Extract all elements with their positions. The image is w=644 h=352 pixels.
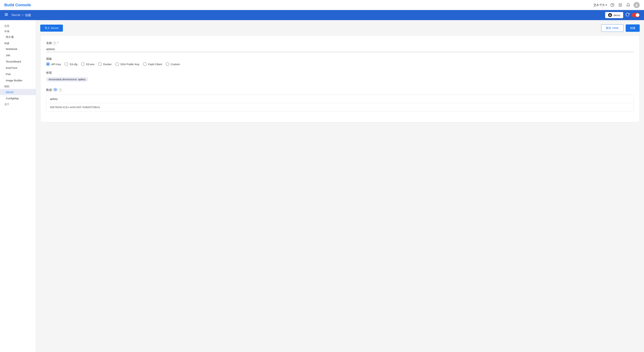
- svg-rect-4: [621, 3, 622, 4]
- svg-rect-5: [619, 5, 620, 5]
- demo-button[interactable]: demo: [605, 12, 623, 18]
- template-radio-group: API Key S3-cfg S3-env Docker: [46, 62, 634, 66]
- import-secret-button[interactable]: 导入 Secret: [40, 24, 63, 32]
- status-toggle[interactable]: [632, 13, 640, 17]
- svg-rect-10: [621, 6, 622, 6]
- action-bar: 导入 Secret 预览 YAML 创建: [40, 24, 640, 32]
- preview-yaml-button[interactable]: 预览 YAML: [601, 24, 624, 32]
- breadcrumb-parent[interactable]: Secret: [12, 13, 20, 17]
- data-field-group: 数据 ? apikey 8d876b06-9151-4e5d-bf2f-7bdb…: [46, 88, 634, 111]
- eye-icon[interactable]: [53, 88, 57, 92]
- nav-right: demo: [605, 12, 640, 18]
- nav-left: Secret > 创建: [4, 12, 31, 17]
- grid-icon[interactable]: [618, 2, 623, 7]
- template-label: 模板: [46, 57, 634, 61]
- radio-s3cfg[interactable]: [64, 62, 68, 66]
- data-table: apikey 8d876b06-9151-4e5d-bf2f-7bdbd9709…: [46, 95, 634, 111]
- tag-chip-0[interactable]: tensorstack.dev/resource: apikey: [46, 77, 88, 81]
- header-right: 文A 中文 ▾: [593, 2, 640, 8]
- sidebar-item-overview[interactable]: 总览: [0, 23, 36, 28]
- sidebar-section-about: 关于: [0, 101, 36, 107]
- breadcrumb: Secret > 创建: [12, 13, 31, 17]
- nav-bar: Secret > 创建 demo: [0, 10, 644, 20]
- chevron-down-icon: ▾: [606, 3, 607, 7]
- sidebar-item-configmap[interactable]: ConfigMap: [0, 95, 36, 101]
- sidebar-item-job[interactable]: Job: [0, 52, 36, 58]
- create-button[interactable]: 创建: [626, 24, 640, 32]
- svg-point-11: [636, 4, 637, 5]
- tags-field-group: 标签 tensorstack.dev/resource: apikey: [46, 71, 634, 83]
- radio-custom[interactable]: [166, 62, 169, 66]
- template-option-custom[interactable]: Custom: [166, 62, 180, 66]
- refresh-icon[interactable]: [625, 12, 630, 18]
- sidebar: 总览 存储 持久卷 构建 Notebook Job TensorBoard Au…: [0, 20, 36, 352]
- tags-label: 标签: [46, 71, 634, 75]
- name-field-group: 名称 ? *: [46, 41, 634, 52]
- user-avatar[interactable]: [634, 2, 640, 8]
- sidebar-item-tensorboard[interactable]: TensorBoard: [0, 58, 36, 65]
- sidebar-item-notebook[interactable]: Notebook: [0, 46, 36, 52]
- radio-apikey[interactable]: [46, 62, 50, 66]
- form-card: 名称 ? * 模板 API Key: [40, 35, 640, 122]
- svg-rect-3: [620, 3, 621, 4]
- svg-rect-7: [621, 5, 622, 5]
- name-required-indicator: *: [57, 42, 58, 45]
- template-option-ssh-public-key[interactable]: SSH Public Key: [115, 62, 140, 66]
- radio-ssh[interactable]: [115, 62, 119, 66]
- demo-avatar: [608, 13, 612, 17]
- sidebar-section-build: 构建: [0, 40, 36, 46]
- sidebar-section-storage: 存储: [0, 28, 36, 34]
- sidebar-item-secret[interactable]: Secret: [0, 89, 36, 95]
- breadcrumb-separator: >: [22, 13, 24, 17]
- template-option-s3cfg[interactable]: S3-cfg: [64, 62, 77, 66]
- lang-label: 中文: [600, 3, 605, 7]
- template-option-ceph-client[interactable]: Ceph Client: [143, 62, 162, 66]
- translate-icon: 文A: [593, 3, 599, 7]
- radio-s3env[interactable]: [81, 62, 85, 66]
- name-label: 名称 ? *: [46, 41, 634, 45]
- bell-icon[interactable]: [626, 2, 631, 7]
- name-help-icon[interactable]: ?: [53, 42, 56, 45]
- sidebar-item-persistent-volume[interactable]: 持久卷: [0, 34, 36, 40]
- svg-rect-8: [619, 6, 620, 6]
- top-header: Build Console 文A 中文 ▾: [0, 0, 644, 10]
- data-label-text: 数据: [46, 88, 52, 92]
- radio-docker[interactable]: [98, 62, 102, 66]
- svg-point-15: [610, 14, 610, 15]
- app-title: Build Console: [4, 3, 31, 7]
- data-label-row: 数据 ?: [46, 88, 634, 92]
- name-input[interactable]: [46, 46, 634, 52]
- data-key-row: apikey: [46, 95, 634, 103]
- template-option-s3env[interactable]: S3-env: [81, 62, 95, 66]
- template-option-docker[interactable]: Docker: [98, 62, 112, 66]
- lang-selector[interactable]: 文A 中文 ▾: [593, 3, 607, 7]
- content-area: 导入 Secret 预览 YAML 创建 名称 ? * 模板: [36, 20, 644, 352]
- data-help-icon[interactable]: ?: [59, 88, 62, 92]
- radio-ceph[interactable]: [143, 62, 146, 66]
- template-field-group: 模板 API Key S3-cfg S3-env: [46, 57, 634, 66]
- help-icon[interactable]: [610, 2, 615, 7]
- button-group: 预览 YAML 创建: [601, 24, 640, 32]
- demo-label: demo: [614, 14, 620, 17]
- sidebar-item-pod[interactable]: Pod: [0, 71, 36, 77]
- main-layout: 总览 存储 持久卷 构建 Notebook Job TensorBoard Au…: [0, 20, 644, 352]
- menu-icon[interactable]: [4, 12, 8, 17]
- svg-point-16: [55, 89, 56, 90]
- svg-rect-2: [619, 3, 620, 4]
- tags-area: tensorstack.dev/resource: apikey: [46, 76, 634, 83]
- template-option-apikey[interactable]: API Key: [46, 62, 61, 66]
- svg-rect-6: [620, 5, 621, 5]
- sidebar-section-auxiliary: 辅助: [0, 83, 36, 89]
- sidebar-item-image-builder[interactable]: Image Builder: [0, 77, 36, 83]
- svg-rect-9: [620, 6, 621, 6]
- data-value-row: 8d876b06-9151-4e5d-bf2f-7bdbd9709bc9: [46, 103, 634, 111]
- breadcrumb-current: 创建: [25, 13, 31, 17]
- sidebar-item-autotune[interactable]: AutoTune: [0, 65, 36, 71]
